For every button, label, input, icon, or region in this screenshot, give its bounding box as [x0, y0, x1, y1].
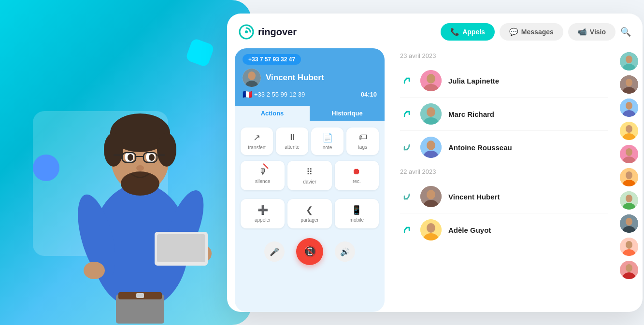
- call-name-marc: Marc Richard: [448, 110, 494, 118]
- phone-panel: +33 7 57 93 32 47 Vincent Hubert 🇫🇷: [235, 48, 385, 312]
- note-button[interactable]: 📄 note: [311, 127, 343, 155]
- avatars-sidebar: [615, 48, 643, 312]
- avatar-julia: [420, 70, 442, 91]
- call-controls: 🎤 📵 🔊: [235, 234, 385, 269]
- side-avatar-6[interactable]: [620, 168, 638, 186]
- call-arrow-julia: [400, 74, 414, 87]
- avatar-adele: [420, 219, 442, 240]
- call-arrow-antoine: [400, 141, 414, 154]
- call-name-vincent: Vincent Hubert: [448, 193, 500, 201]
- partager-button[interactable]: ❮ partager: [287, 199, 331, 228]
- messages-tab-icon: 💬: [509, 28, 518, 36]
- side-avatar-1[interactable]: [620, 52, 638, 71]
- svg-point-38: [427, 141, 435, 150]
- mobile-label: mobile: [350, 217, 364, 223]
- caller-name: Vincent Hubert: [266, 73, 324, 83]
- side-avatar-10[interactable]: [620, 261, 638, 279]
- transfert-label: transfert: [248, 145, 266, 150]
- svg-point-59: [626, 148, 632, 156]
- svg-point-19: [149, 154, 155, 161]
- svg-rect-6: [157, 234, 205, 262]
- rec-button[interactable]: ⏺ rec.: [335, 161, 379, 190]
- caller-avatar: [243, 69, 261, 87]
- svg-point-74: [626, 264, 632, 272]
- appeler-label: appeler: [255, 217, 271, 223]
- tab-messages[interactable]: 💬 Messages: [500, 23, 563, 41]
- tab-appels[interactable]: 📞 Appels: [441, 23, 495, 41]
- caller-info: Vincent Hubert: [243, 69, 377, 87]
- svg-point-15: [121, 171, 159, 196]
- attente-button[interactable]: ⏸ attente: [276, 127, 308, 155]
- side-avatar-5[interactable]: [620, 145, 638, 163]
- logo: ringover: [239, 24, 297, 40]
- rec-icon: ⏺: [352, 167, 361, 177]
- ringover-logo-icon: [239, 24, 254, 40]
- call-item-adele[interactable]: Adèle Guyot: [400, 213, 608, 246]
- side-avatar-7[interactable]: [620, 191, 638, 210]
- svg-point-35: [427, 107, 435, 117]
- date-label-1: 23 avril 2023: [400, 48, 608, 64]
- person-area: [39, 29, 242, 324]
- svg-point-14: [157, 133, 176, 167]
- side-avatar-8[interactable]: [620, 214, 638, 233]
- mobile-button[interactable]: 📱 mobile: [335, 199, 379, 228]
- partager-label: partager: [301, 217, 318, 223]
- tabs-container: 📞 Appels 💬 Messages 📹 Visio 🔍: [441, 23, 631, 41]
- attente-icon: ⏸: [288, 132, 297, 142]
- action-tabs: Actions Historique: [235, 106, 385, 121]
- speaker-button[interactable]: 🔊: [335, 241, 355, 262]
- call-timer: 04:10: [361, 91, 377, 98]
- svg-point-44: [427, 223, 435, 233]
- tags-label: tags: [358, 144, 367, 150]
- action-buttons-grid: ↗ transfert ⏸ attente 📄 note 🏷 tags: [235, 121, 385, 158]
- rec-label: rec.: [353, 179, 361, 184]
- tab-visio-label: Visio: [590, 28, 606, 36]
- call-item-marc[interactable]: Marc Richard: [400, 98, 608, 131]
- svg-point-3: [84, 262, 105, 279]
- call-name-julia: Julia Lapinette: [448, 77, 499, 85]
- davier-label: davier: [303, 179, 316, 184]
- attente-label: attente: [285, 144, 300, 150]
- side-avatar-9[interactable]: [620, 238, 638, 256]
- mobile-icon: 📱: [351, 205, 362, 215]
- call-name-antoine: Antoine Rousseau: [448, 143, 512, 152]
- side-avatar-3[interactable]: [620, 99, 638, 117]
- tab-visio[interactable]: 📹 Visio: [568, 23, 615, 41]
- silence-label: silence: [255, 179, 270, 184]
- call-arrow-vincent: [400, 190, 414, 203]
- davier-button[interactable]: ⠿ davier: [287, 161, 331, 190]
- svg-point-53: [626, 102, 632, 110]
- mic-button[interactable]: 🎤: [264, 241, 285, 262]
- silence-button[interactable]: 🎙 silence: [241, 161, 285, 190]
- partager-icon: ❮: [306, 205, 313, 215]
- call-arrow-marc: [400, 107, 414, 121]
- calls-panel: 23 avril 2023 Julia Lapinette: [392, 48, 615, 312]
- call-item-julia[interactable]: Julia Lapinette: [400, 64, 608, 98]
- transfert-button[interactable]: ↗ transfert: [241, 127, 273, 155]
- call-item-vincent[interactable]: Vincent Hubert: [400, 180, 608, 213]
- search-button[interactable]: 🔍: [620, 27, 631, 37]
- avatar-antoine: [420, 137, 442, 158]
- svg-point-50: [626, 79, 632, 86]
- person-illustration: [58, 43, 222, 324]
- appeler-icon: ➕: [258, 205, 268, 215]
- end-call-button[interactable]: 📵: [296, 238, 323, 265]
- tab-historique[interactable]: Historique: [310, 106, 385, 121]
- svg-rect-9: [136, 293, 144, 298]
- note-label: note: [323, 145, 332, 150]
- call-item-antoine[interactable]: Antoine Rousseau: [400, 131, 608, 164]
- svg-point-29: [248, 71, 256, 80]
- avatar-vincent: [420, 186, 442, 207]
- svg-point-27: [245, 30, 248, 33]
- appeler-button[interactable]: ➕ appeler: [241, 199, 285, 228]
- tags-icon: 🏷: [358, 132, 367, 142]
- svg-point-13: [104, 133, 123, 167]
- side-avatar-2[interactable]: [620, 75, 638, 94]
- tags-button[interactable]: 🏷 tags: [346, 127, 379, 155]
- side-avatar-4[interactable]: [620, 122, 638, 140]
- tab-actions[interactable]: Actions: [235, 106, 310, 121]
- caller-sub: 🇫🇷 +33 2 55 99 12 39 04:10: [243, 90, 377, 99]
- more-buttons-grid: 🎙 silence ⠿ davier ⏺ rec.: [235, 158, 385, 196]
- visio-tab-icon: 📹: [578, 28, 587, 36]
- svg-point-71: [626, 241, 632, 249]
